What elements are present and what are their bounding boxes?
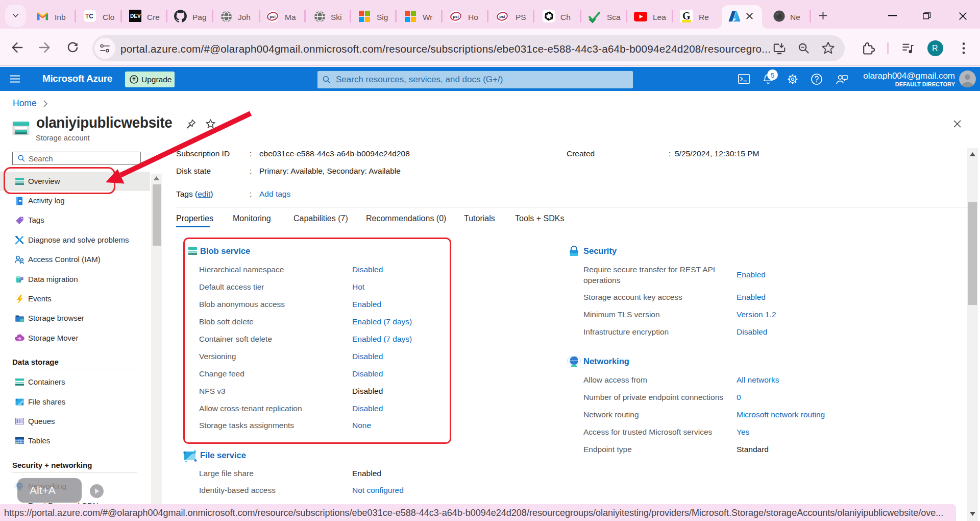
svg-text:psi: psi <box>453 14 459 19</box>
svg-text:psi: psi <box>499 14 505 19</box>
svg-text:psi: psi <box>270 14 276 19</box>
